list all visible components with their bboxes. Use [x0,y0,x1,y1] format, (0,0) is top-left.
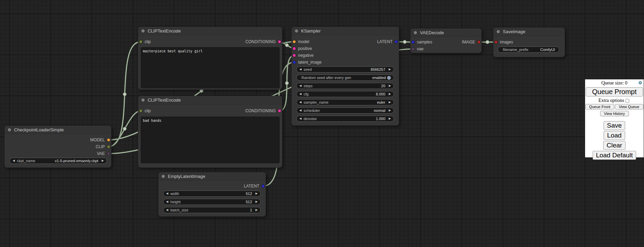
right-arrow-icon[interactable]: ▶ [389,93,391,95]
left-arrow-icon[interactable]: ◀ [13,159,15,162]
images-input-port[interactable] [494,40,498,44]
view-history-button[interactable]: View History [600,111,629,116]
right-arrow-icon[interactable]: ▶ [389,117,391,120]
settings-gear-icon[interactable] [638,80,643,85]
left-arrow-icon[interactable]: ◀ [299,109,301,112]
left-arrow-icon[interactable]: ◀ [299,117,301,120]
filename-prefix-widget[interactable]: filename_prefix ComfyUI [498,47,559,53]
node-empty-latent-image[interactable]: EmptyLatentImage LATENT ◀ width 512 ▶ ◀ … [158,172,266,217]
batch-size-widget[interactable]: ◀ batch_size 1 ▶ [163,207,261,213]
height-widget[interactable]: ◀ height 512 ▶ [163,199,261,205]
toggle-on-icon[interactable] [387,76,391,80]
clip-input-port[interactable] [139,40,143,43]
input-negative: negative [293,52,313,59]
right-arrow-icon[interactable]: ▶ [389,84,391,87]
queue-size-label: Queue size: 0 [601,80,627,86]
ckpt-name-widget[interactable]: ◀ ckpt_name v1-5-pruned-emaonly.ckpt ▶ [10,158,107,164]
cfg-widget[interactable]: ◀ cfg 8.000 ▶ [296,91,394,97]
collapse-dot-icon[interactable] [414,31,417,34]
extra-options-checkbox[interactable] [626,99,629,103]
latent-image-input-port[interactable] [293,61,296,64]
node-title-bar[interactable]: KSampler [292,27,399,35]
collapse-dot-icon[interactable] [295,29,298,32]
widget-value: v1-5-pruned-emaonly.ckpt [55,159,98,163]
negative-input-port[interactable] [293,54,296,57]
negative-prompt-textarea[interactable]: bad hands [141,117,280,163]
node-title-bar[interactable]: CLIPTextEncode [138,27,282,35]
load-button[interactable]: Load [604,131,625,140]
widget-label: cfg [304,92,309,96]
widget-label: steps [304,84,312,88]
node-title-bar[interactable]: SaveImage [493,27,565,36]
node-ksampler[interactable]: KSampler model positive negative latent_… [292,27,399,126]
right-arrow-icon[interactable]: ▶ [389,109,391,112]
node-title-bar[interactable]: EmptyLatentImage [158,172,266,181]
positive-input-port[interactable] [293,47,296,50]
node-title: CLIPTextEncode [148,28,181,34]
samples-input-port[interactable] [411,40,415,44]
node-save-image[interactable]: SaveImage images filename_prefix ComfyUI [493,27,565,57]
left-arrow-icon[interactable]: ◀ [299,93,301,95]
model-input-port[interactable] [293,40,296,43]
right-arrow-icon[interactable]: ▶ [389,68,391,71]
collapse-dot-icon[interactable] [8,128,11,131]
sampler-name-widget[interactable]: ◀ sampler_name euler ▶ [296,99,394,105]
view-queue-button[interactable]: View Queue [615,104,644,109]
vae-input-port[interactable] [411,47,415,51]
widget-value: ComfyUI [540,48,555,52]
latent-output-port[interactable] [395,40,398,43]
left-arrow-icon[interactable]: ◀ [299,101,301,104]
steps-widget[interactable]: ◀ steps 20 ▶ [296,83,394,89]
positive-prompt-textarea[interactable]: masterpiece best quality girl [141,47,280,88]
conditioning-output-port[interactable] [278,109,281,113]
vae-output-port[interactable] [107,152,110,155]
right-arrow-icon[interactable]: ▶ [256,192,258,195]
widget-label: batch_size [170,208,188,212]
right-arrow-icon[interactable]: ▶ [256,200,258,203]
node-title-bar[interactable]: VAEDecode [410,28,482,37]
collapse-dot-icon[interactable] [141,99,145,102]
queue-front-button[interactable]: Queue Front [585,104,614,109]
conditioning-output-port[interactable] [278,40,281,43]
output-label: MODEL [90,138,105,142]
node-clip-text-encode-positive[interactable]: CLIPTextEncode clip CONDITIONING masterp… [138,27,282,90]
input-label: positive [298,46,312,51]
node-title: EmptyLatentImage [168,174,205,179]
input-label: latent_image [298,60,322,65]
queue-prompt-button[interactable]: Queue Prompt [586,87,643,96]
collapse-dot-icon[interactable] [141,29,145,32]
scheduler-widget[interactable]: ◀ scheduler normal ▶ [296,107,394,114]
collapse-dot-icon[interactable] [497,30,500,33]
left-arrow-icon[interactable]: ◀ [299,68,301,71]
left-arrow-icon[interactable]: ◀ [166,192,168,195]
left-arrow-icon[interactable]: ◀ [299,84,301,87]
node-vae-decode[interactable]: VAEDecode samples vae IMAGE [410,28,482,53]
load-default-button[interactable]: Load Default [593,151,636,160]
comfyui-canvas[interactable]: { "icons": { "left_arrow": "◀", "right_a… [0,0,644,247]
width-widget[interactable]: ◀ width 512 ▶ [163,191,261,197]
left-arrow-icon[interactable]: ◀ [166,209,168,211]
denoise-widget[interactable]: ◀ denoise 1.000 ▶ [296,116,394,122]
model-output-port[interactable] [107,138,110,142]
clear-button[interactable]: Clear [603,141,626,150]
seed-widget[interactable]: ◀ seed 8566257 ▶ [296,66,394,73]
right-arrow-icon[interactable]: ▶ [389,101,391,104]
latent-output-port[interactable] [261,184,265,188]
left-arrow-icon[interactable]: ◀ [166,200,168,203]
image-output-port[interactable] [477,40,481,44]
widget-label: denoise [304,117,317,121]
collapse-dot-icon[interactable] [162,175,165,178]
right-arrow-icon[interactable]: ▶ [256,209,258,211]
node-checkpoint-loader[interactable]: CheckpointLoaderSimple MODEL CLIP VAE ◀ … [4,126,111,168]
node-title-bar[interactable]: CheckpointLoaderSimple [4,126,111,134]
widget-value: 1 [250,208,252,212]
output-label: LATENT [244,184,259,188]
random-seed-toggle-widget[interactable]: Random seed after every gen enabled [296,75,394,81]
node-clip-text-encode-negative[interactable]: CLIPTextEncode clip CONDITIONING bad han… [138,96,282,168]
clip-output-port[interactable] [107,145,110,148]
save-button[interactable]: Save [604,121,625,130]
clip-input-port[interactable] [139,109,143,113]
widget-label: width [170,192,179,196]
node-title-bar[interactable]: CLIPTextEncode [138,96,282,104]
right-arrow-icon[interactable]: ▶ [102,159,104,162]
